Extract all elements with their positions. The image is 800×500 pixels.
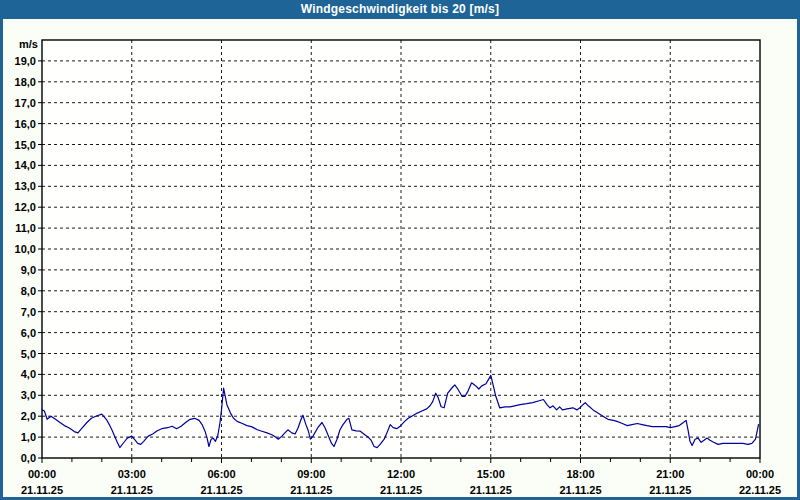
y-axis-labels: 0,01,02,03,04,05,06,07,08,09,010,011,012… bbox=[15, 55, 36, 464]
svg-text:9,0: 9,0 bbox=[21, 264, 36, 276]
x-axis-labels: 00:0021.11.2503:0021.11.2506:0021.11.250… bbox=[21, 468, 781, 496]
svg-text:6,0: 6,0 bbox=[21, 327, 36, 339]
svg-text:18,0: 18,0 bbox=[15, 76, 36, 88]
x-tick-time-label: 12:00 bbox=[387, 468, 415, 480]
x-tick-date-label: 21.11.25 bbox=[470, 484, 512, 496]
x-tick-date-label: 21.11.25 bbox=[380, 484, 422, 496]
svg-text:15,0: 15,0 bbox=[15, 139, 36, 151]
x-tick-time-label: 03:00 bbox=[118, 468, 146, 480]
x-tick-time-label: 00:00 bbox=[28, 468, 56, 480]
svg-text:7,0: 7,0 bbox=[21, 306, 36, 318]
app-window: Windgeschwindigkeit bis 20 [m/s] 0,01,02… bbox=[0, 0, 800, 500]
svg-text:0,0: 0,0 bbox=[21, 452, 36, 464]
x-tick-time-label: 06:00 bbox=[207, 468, 235, 480]
svg-text:10,0: 10,0 bbox=[15, 243, 36, 255]
x-tick-time-label: 18:00 bbox=[566, 468, 594, 480]
svg-text:3,0: 3,0 bbox=[21, 389, 36, 401]
svg-text:12,0: 12,0 bbox=[15, 201, 36, 213]
svg-text:14,0: 14,0 bbox=[15, 159, 36, 171]
svg-text:1,0: 1,0 bbox=[21, 431, 36, 443]
x-tick-date-label: 21.11.25 bbox=[559, 484, 601, 496]
svg-text:13,0: 13,0 bbox=[15, 180, 36, 192]
svg-text:2,0: 2,0 bbox=[21, 410, 36, 422]
svg-text:11,0: 11,0 bbox=[15, 222, 36, 234]
x-tick-date-label: 21.11.25 bbox=[200, 484, 242, 496]
x-tick-date-label: 21.11.25 bbox=[111, 484, 153, 496]
x-tick-date-label: 21.11.25 bbox=[21, 484, 63, 496]
x-tick-date-label: 22.11.25 bbox=[739, 484, 781, 496]
x-tick-date-label: 21.11.25 bbox=[649, 484, 691, 496]
y-axis-unit-label: m/s bbox=[19, 38, 38, 50]
svg-text:8,0: 8,0 bbox=[21, 285, 36, 297]
x-tick-time-label: 00:00 bbox=[746, 468, 774, 480]
svg-text:19,0: 19,0 bbox=[15, 55, 36, 67]
svg-text:17,0: 17,0 bbox=[15, 97, 36, 109]
x-tick-time-label: 09:00 bbox=[297, 468, 325, 480]
x-tick-time-label: 15:00 bbox=[477, 468, 505, 480]
x-tick-date-label: 21.11.25 bbox=[290, 484, 332, 496]
svg-text:16,0: 16,0 bbox=[15, 118, 36, 130]
x-tick-time-label: 21:00 bbox=[656, 468, 684, 480]
wind-speed-chart: 0,01,02,03,04,05,06,07,08,09,010,011,012… bbox=[0, 0, 800, 500]
svg-text:4,0: 4,0 bbox=[21, 368, 36, 380]
svg-text:5,0: 5,0 bbox=[21, 348, 36, 360]
